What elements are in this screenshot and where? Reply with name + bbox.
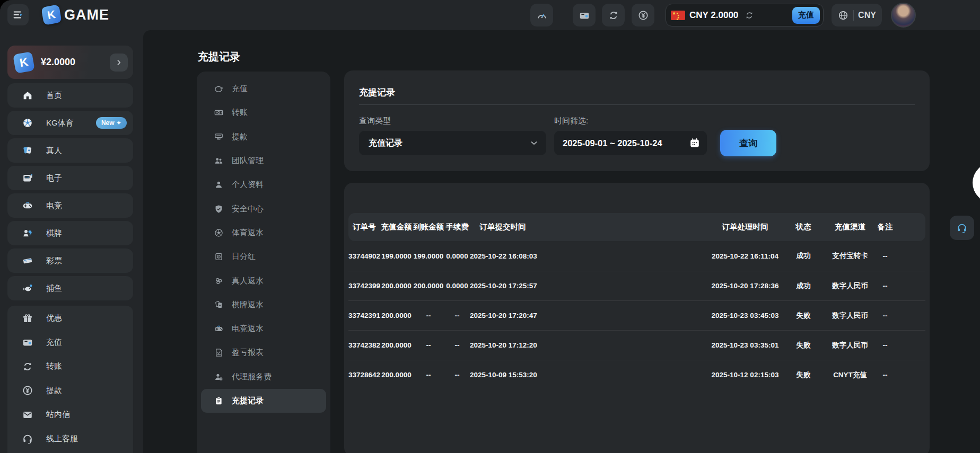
- menu-item-agent-fee[interactable]: 代理服务费: [201, 365, 326, 389]
- column-header: 订单提交时间: [470, 222, 536, 232]
- query-type-select[interactable]: 充值记录: [359, 131, 546, 155]
- table-cell: 2025-10-20 17:12:20: [470, 341, 536, 349]
- home-icon: [22, 90, 33, 101]
- brand-logo[interactable]: K GAME: [42, 4, 109, 25]
- menu-item-sports-rebate[interactable]: 体育返水: [201, 221, 326, 245]
- language-currency-selector[interactable]: CNY: [832, 4, 882, 26]
- logo-name: GAME: [64, 7, 109, 23]
- divider: [853, 10, 854, 21]
- time-filter-label: 时间筛选:: [554, 116, 588, 126]
- sidebar-item-lottery[interactable]: 彩票: [7, 248, 133, 273]
- table-cell: --: [444, 371, 470, 379]
- sidebar-item-promotions[interactable]: 优惠: [7, 306, 133, 331]
- table-cell: 2025-10-20 17:20:47: [470, 312, 536, 319]
- table-cell: --: [873, 252, 897, 260]
- menu-item-transfer[interactable]: 转账: [201, 101, 326, 125]
- wallet-button[interactable]: [573, 4, 596, 26]
- sidebar-item-deposit[interactable]: 充值: [7, 331, 133, 355]
- top-bar: K GAME ★★★★★ CNY 2.0000 充值 CNY: [0, 0, 980, 30]
- table-cell: 2025-10-23 03:45:03: [711, 312, 780, 319]
- menu-item-live-rebate[interactable]: 真人返水: [201, 269, 326, 292]
- table-cell: 200.0000: [380, 312, 413, 319]
- soccer-ball-icon: [22, 117, 33, 129]
- yen-circle-icon: [637, 10, 649, 21]
- left-sidebar: K ¥2.0000 首页 KG体育New ✦ 真人 电子 电竞 棋牌 彩票 捕鱼…: [0, 30, 143, 453]
- menu-item-board-rebate[interactable]: 棋牌返水: [201, 293, 326, 317]
- table-cell: --: [873, 341, 897, 349]
- menu-item-label: 盈亏报表: [232, 348, 264, 358]
- sidebar-item-board-games[interactable]: 棋牌: [7, 221, 133, 245]
- chevron-right-icon: [115, 58, 123, 67]
- search-button[interactable]: 查询: [720, 130, 776, 156]
- refresh-balance-button[interactable]: [741, 10, 757, 21]
- table-cell: 2025-10-23 03:35:01: [711, 341, 780, 349]
- table-cell: 200.0000: [380, 282, 413, 290]
- table-cell: 33742382: [348, 341, 380, 349]
- table-cell: 0.0000: [444, 252, 470, 260]
- menu-item-label: 真人返水: [232, 276, 264, 286]
- table-row: 33744902 199.0000 199.0000 0.0000 2025-1…: [348, 241, 925, 271]
- query-type-label: 查询类型: [359, 116, 391, 126]
- sidebar-item-label: 站内信: [46, 410, 70, 420]
- wallet-balance-card[interactable]: K ¥2.0000: [7, 46, 133, 79]
- user-avatar[interactable]: [891, 3, 916, 28]
- new-badge: New ✦: [96, 117, 127, 129]
- sidebar-item-slots[interactable]: 电子: [7, 166, 133, 190]
- column-header: 充值金额: [380, 222, 413, 232]
- sidebar-item-fishing[interactable]: 捕鱼: [7, 276, 133, 300]
- table-header-row: 订单号 充值金额 到账金额 手续费 订单提交时间 订单处理时间 状态 充值渠道 …: [348, 213, 925, 241]
- piggy-bank-icon: [214, 84, 224, 94]
- mail-icon: [22, 409, 33, 421]
- menu-item-label: 提款: [232, 132, 248, 142]
- menu-item-transaction-records[interactable]: 充提记录: [201, 389, 326, 413]
- table-cell: 2025-10-20 17:25:57: [470, 282, 536, 290]
- menu-item-security-center[interactable]: 安全中心: [201, 197, 326, 220]
- sidebar-item-withdraw[interactable]: 提款: [7, 379, 133, 403]
- china-flag-icon: ★★★★★: [671, 11, 685, 20]
- menu-item-esports-rebate[interactable]: 电竞返水: [201, 317, 326, 341]
- balance-amount: CNY 2.0000: [689, 10, 738, 21]
- sidebar-item-label: 捕鱼: [46, 283, 62, 294]
- sidebar-item-messages[interactable]: 站内信: [7, 403, 133, 427]
- clipboard-icon: [214, 396, 224, 406]
- dice-cluster-icon: [214, 276, 224, 286]
- status-cell: 失败: [780, 370, 827, 380]
- money-doc-icon: [214, 252, 224, 262]
- ticket-icon: [22, 255, 33, 267]
- menu-item-team-management[interactable]: 团队管理: [201, 149, 326, 173]
- menu-item-profile[interactable]: 个人资料: [201, 173, 326, 197]
- agent-icon: [214, 372, 224, 382]
- wallet-logo-tile: K: [13, 51, 35, 74]
- sidebar-item-live-casino[interactable]: 真人: [7, 138, 133, 163]
- currency-balance-pill[interactable]: ★★★★★ CNY 2.0000 充值: [666, 4, 824, 26]
- hamburger-menu-button[interactable]: [7, 4, 29, 25]
- dashboard-gauge-button[interactable]: [530, 4, 553, 26]
- sidebar-item-sports[interactable]: KG体育New ✦: [7, 111, 133, 135]
- table-cell: --: [413, 341, 444, 349]
- table-cell: 199.0000: [380, 252, 413, 260]
- sidebar-item-home[interactable]: 首页: [7, 83, 133, 108]
- menu-item-deposit[interactable]: 充值: [201, 77, 326, 101]
- date-range-input[interactable]: 2025-09-01 ~ 2025-10-24: [554, 131, 707, 155]
- sync-icon: [608, 10, 619, 21]
- menu-item-withdraw[interactable]: 提款: [201, 125, 326, 149]
- support-headset-fab[interactable]: [950, 216, 974, 240]
- sync-icon: [22, 361, 33, 372]
- transfer-button[interactable]: [602, 4, 625, 26]
- sidebar-item-customer-service[interactable]: 线上客服: [7, 427, 133, 451]
- gift-icon: [22, 313, 33, 324]
- table-cell: --: [873, 282, 897, 290]
- menu-item-profit-loss-report[interactable]: 盈亏报表: [201, 341, 326, 365]
- main-content: 充提记录 充值 转账 提款 团队管理 个人资料 安全中心 体育返水 日分红 真人…: [143, 30, 980, 453]
- app-window: K GAME ★★★★★ CNY 2.0000 充值 CNY K ¥2.0000…: [0, 0, 980, 453]
- calendar-icon[interactable]: [689, 137, 701, 149]
- sidebar-main-nav: 首页 KG体育New ✦ 真人 电子 电竞 棋牌 彩票 捕鱼: [7, 83, 133, 300]
- gamepad-icon: [22, 200, 33, 211]
- wallet-balance: ¥2.0000: [41, 57, 75, 68]
- exchange-button[interactable]: [632, 4, 654, 26]
- deposit-button[interactable]: 充值: [792, 7, 820, 24]
- sidebar-item-esports[interactable]: 电竞: [7, 193, 133, 218]
- wallet-expand-button[interactable]: [110, 54, 128, 72]
- sidebar-item-transfer[interactable]: 转账: [7, 354, 133, 379]
- menu-item-daily-dividend[interactable]: 日分红: [201, 245, 326, 269]
